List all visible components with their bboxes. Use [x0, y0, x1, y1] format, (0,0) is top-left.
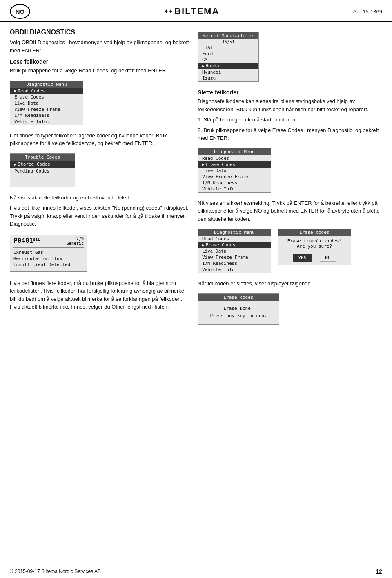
code-display-top: P0401$11 2/9 Generic [13, 237, 84, 246]
menu3-item-im-readiness: I/M Readiness [198, 260, 271, 267]
erase-done-line2: Press any key to con. [204, 312, 273, 320]
section1-step1: Bruk pilknappene for å velge Read Codes,… [10, 67, 189, 75]
menu2-item-live-data: Live Data [198, 168, 271, 174]
no-pending-text: Hvis det ikke finnes feilkoder, vises te… [10, 204, 189, 228]
erase-confirm-title: Erase codes [278, 229, 351, 236]
left-column: OBDII DIAGNOSTICS Velg OBDII Diagnostics… [10, 29, 189, 328]
menu3-item-live-data: Live Data [198, 248, 271, 254]
mfr-isuzu: Isuzu [198, 75, 258, 81]
code-type: Generic [67, 241, 84, 246]
erase-done-box: Erase codes Erase Done! Press any key to… [198, 293, 279, 325]
erase-confirm-wrap: Erase codes Erase trouble codes! Are you… [278, 225, 351, 276]
intro-text: Velg OBDII Diagnostics i hovedmenyen ved… [10, 38, 189, 54]
code-sup: $11 [33, 237, 40, 242]
diagnostic-menu-3-wrap: Diagnostic Menu Read Codes Erase Codes L… [198, 225, 271, 276]
erase-confirm-box: Erase codes Erase trouble codes! Are you… [278, 229, 351, 265]
slette-title: Slette feilkoder [198, 89, 382, 96]
diagnostic-menu-3: Diagnostic Menu Read Codes Erase Codes L… [198, 229, 271, 273]
menu1-item-vehicle-info: Vehicle Info. [10, 119, 83, 125]
code-description: Exhaust GasRecirculation FlowInsufficien… [13, 247, 84, 268]
page-header: NO ✦✦ BILTEMA Art. 15-1369 [0, 0, 392, 22]
menu1-item-im-readiness: I/M Readiness [10, 112, 83, 119]
step3-text: Nå vises aktuelle feilkoder og en beskri… [10, 194, 189, 202]
erase-done-title: Erase codes [198, 294, 279, 301]
menu1-item-erase-codes: Erase Codes [10, 94, 83, 100]
erase-section: Diagnostic Menu Read Codes Erase Codes L… [198, 225, 382, 276]
diagnostic-menu-2: Diagnostic Menu Read Codes Erase Codes L… [198, 148, 271, 193]
trouble-stored-codes: Stored Codes [10, 161, 75, 168]
erase-msg2: Are you sure? [282, 244, 347, 249]
logo-area: ✦✦ BILTEMA [164, 6, 219, 17]
erase-msg1: Erase trouble codes! [282, 238, 347, 244]
manufacturer-counter: 16/51 [198, 39, 258, 45]
mfr-gm: GM [198, 57, 258, 63]
menu2-item-read-codes: Read Codes [198, 155, 271, 161]
logo-checkmarks: ✦✦ [164, 8, 173, 15]
erase-done-body: Erase Done! Press any key to con. [198, 301, 279, 324]
slette-step1: 1. Slå på tenningen uten å starte motore… [198, 116, 382, 124]
erase-confirm-buttons: YES NO [278, 251, 351, 265]
menu2-item-vehicle-info: Vehicle Info. [198, 186, 271, 192]
mfr-honda: Honda [198, 63, 258, 69]
diagnostic-menu-1-title: Diagnostic Menu [10, 81, 83, 88]
menu3-item-erase-codes: Erase Codes [198, 242, 271, 248]
biltema-logo: ✦✦ BILTEMA [164, 6, 219, 17]
slette-step2: 2. Bruk pilknappene for å velge Erase Co… [198, 126, 382, 142]
erase-no-button[interactable]: NO [320, 254, 336, 262]
diagnostic-menu-1: Diagnostic Menu Read Codes Erase Codes L… [10, 81, 83, 125]
menu3-item-read-codes: Read Codes [198, 236, 271, 242]
slette-text1: Diagnosefeilkodene kan slettes fra bilen… [198, 97, 382, 113]
page-footer: © 2015-09-17 Biltema Nordic Services AB … [0, 565, 392, 578]
trouble-codes-title: Trouble Codes [10, 154, 75, 161]
manufacturer-title: Select Manufacturer [198, 32, 258, 39]
trouble-codes-box: Trouble Codes Stored Codes Pending Codes [10, 153, 75, 187]
code-number: P0401 [13, 237, 33, 244]
menu1-item-live-data: Live Data [10, 100, 83, 106]
sikkerhet-text: Nå vises en sikkerhetsmelding. Trykk på … [198, 199, 382, 223]
right-column: Select Manufacturer 16/51 FIAT Ford GM H… [198, 29, 382, 328]
country-code-badge: NO [10, 4, 30, 19]
mfr-ford: Ford [198, 51, 258, 57]
code-meta: 2/9 Generic [67, 237, 84, 246]
menu1-item-read-codes: Read Codes [10, 88, 83, 94]
erase-confirm-message: Erase trouble codes! Are you sure? [278, 236, 351, 251]
page-title: OBDII DIAGNOSTICS [10, 29, 189, 36]
menu3-item-freeze-frame: View Freeze Frame [198, 254, 271, 260]
diagnostic-menu-2-title: Diagnostic Menu [198, 148, 271, 155]
mfr-hyundai: Hyundai [198, 69, 258, 75]
after-erase-text: Når feilkoden er slettes, viser displaye… [198, 280, 382, 288]
menu2-item-freeze-frame: View Freeze Frame [198, 174, 271, 180]
trouble-pending-codes: Pending Codes [10, 168, 75, 175]
code-display-box: P0401$11 2/9 Generic Exhaust GasRecircul… [10, 235, 87, 272]
step2-text: Det finnes to typer feilkoder: lagrede k… [10, 132, 189, 148]
article-number: Art. 15-1369 [353, 9, 382, 15]
erase-yes-button[interactable]: YES [293, 254, 312, 262]
menu3-item-vehicle-info: Vehicle Info. [198, 267, 271, 273]
footer-copyright: © 2015-09-17 Biltema Nordic Services AB [10, 569, 101, 574]
code-counter: 2/9 [67, 237, 84, 241]
main-content: OBDII DIAGNOSTICS Velg OBDII Diagnostics… [0, 22, 392, 332]
menu2-item-erase-codes: Erase Codes [198, 161, 271, 168]
erase-done-line1: Erase Done! [204, 305, 273, 313]
diagnostic-menu-3-title: Diagnostic Menu [198, 229, 271, 236]
menu2-item-im-readiness: I/M Readiness [198, 180, 271, 186]
menu1-item-freeze-frame: View Freeze Frame [10, 106, 83, 112]
code-number-area: P0401$11 [13, 237, 40, 244]
mfr-fiat: FIAT [198, 45, 258, 51]
logo-text: BILTEMA [174, 6, 219, 17]
section1-title: Lese feilkoder [10, 58, 189, 65]
manufacturer-select-box: Select Manufacturer 16/51 FIAT Ford GM H… [198, 32, 259, 82]
footer-page-number: 12 [376, 568, 382, 575]
more-codes-text: Hvis det finnes flere koder, må du bruke… [10, 279, 189, 311]
